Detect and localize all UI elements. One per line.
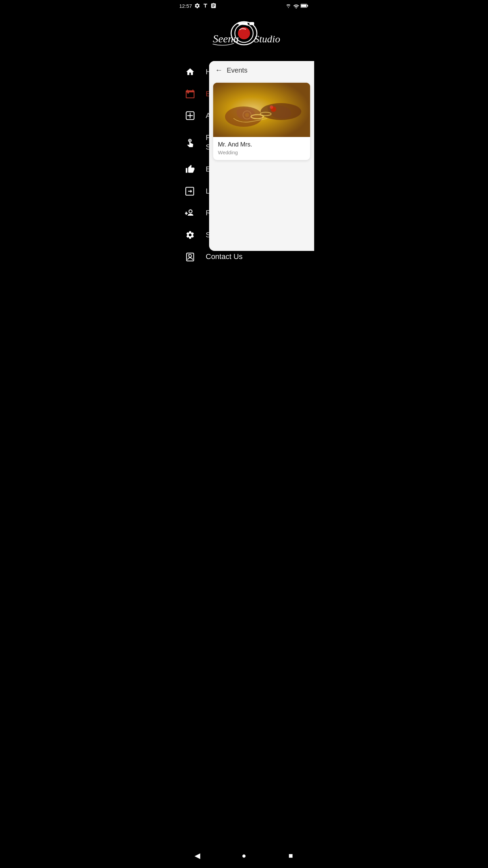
events-panel-title: Events (227, 66, 247, 74)
wifi-icon (285, 3, 292, 8)
events-panel: ← Events (209, 61, 314, 251)
battery-icon (301, 3, 309, 8)
event-card[interactable]: Mr. And Mrs. Wedding (213, 83, 310, 160)
events-back-button[interactable]: ← (215, 66, 223, 75)
svg-rect-9 (187, 90, 189, 93)
svg-rect-2 (301, 4, 306, 7)
status-right-icons (285, 3, 309, 8)
svg-rect-1 (307, 5, 308, 7)
settings-icon (184, 230, 196, 240)
home-icon (184, 67, 196, 77)
event-card-name: Mr. And Mrs. (218, 141, 305, 148)
signal-icon (293, 3, 299, 8)
settings-status-icon (194, 3, 200, 9)
svg-point-12 (189, 210, 192, 213)
event-card-image (213, 83, 310, 137)
logo-area: Seenu Studio (174, 10, 314, 61)
event-booking-icon (184, 164, 196, 174)
svg-rect-6 (249, 22, 254, 25)
event-card-info: Mr. And Mrs. Wedding (213, 137, 310, 160)
text-icon (202, 3, 208, 9)
svg-text:Seenu: Seenu (213, 33, 239, 45)
svg-text:Studio: Studio (254, 33, 280, 44)
status-time: 12:57 (179, 3, 192, 9)
add-event-icon (184, 111, 196, 120)
login-icon (184, 186, 196, 196)
wedding-hands-decoration (213, 83, 310, 137)
clipboard-icon (210, 3, 217, 9)
contact-us-label: Contact Us (206, 252, 243, 262)
status-bar: 12:57 (174, 0, 314, 10)
register-icon (184, 208, 196, 218)
events-panel-header: ← Events (209, 61, 314, 79)
contact-us-icon (184, 252, 196, 262)
svg-point-24 (270, 105, 273, 109)
logo: Seenu Studio (207, 17, 281, 51)
events-icon (184, 89, 196, 99)
event-card-type: Wedding (218, 150, 305, 155)
photo-selection-icon (184, 138, 196, 147)
